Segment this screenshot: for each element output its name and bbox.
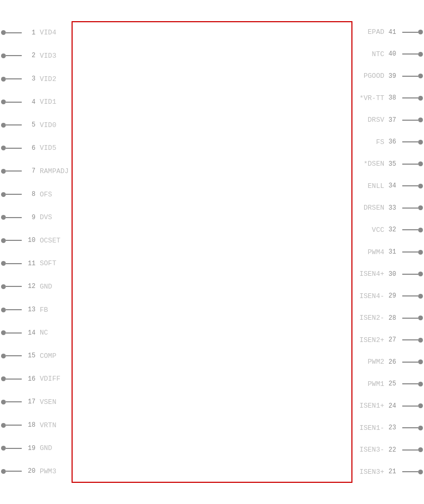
pin-number-left-2: 2 [22, 52, 36, 59]
pin-number-right-25: 25 [388, 380, 402, 388]
pin-line-left-10 [6, 240, 22, 241]
pin-left-15: 15COMP [0, 350, 72, 361]
pin-line-left-2 [6, 55, 22, 56]
pin-number-right-41: 41 [388, 29, 402, 36]
pin-dot-right-41 [418, 30, 423, 34]
pin-dot-right-21 [418, 470, 423, 474]
pin-left-4: 4VID1 [0, 97, 72, 107]
pin-dot-left-3 [1, 77, 6, 82]
pin-line-right-36 [402, 141, 418, 142]
pin-right-31: 31PWM4 [352, 247, 424, 257]
pin-left-19: 19GND [0, 443, 72, 454]
pin-right-32: 32VCC [352, 224, 424, 235]
pin-dot-left-14 [1, 330, 6, 335]
pin-left-18: 18VRTN [0, 420, 72, 430]
pin-number-left-3: 3 [22, 75, 36, 83]
pin-right-24: 24ISEN1+ [352, 401, 424, 411]
pin-right-27: 27ISEN2+ [352, 335, 424, 345]
pin-dot-right-24 [418, 403, 423, 408]
pin-dot-right-28 [418, 316, 423, 320]
pin-left-17: 17VSEN [0, 397, 72, 407]
pin-line-right-33 [402, 208, 418, 209]
pin-label-left-2: VID3 [40, 52, 56, 60]
pin-right-38: 38*VR-TT [352, 93, 424, 103]
pin-line-left-3 [6, 78, 22, 79]
pin-left-8: 8OFS [0, 189, 72, 200]
pin-line-left-19 [6, 448, 22, 449]
pin-label-left-3: VID2 [40, 75, 56, 83]
pin-line-right-28 [402, 318, 418, 319]
pin-label-left-17: VSEN [40, 398, 56, 406]
pin-number-right-32: 32 [388, 226, 402, 233]
pin-label-left-20: PWM3 [40, 467, 56, 475]
pin-line-right-41 [402, 32, 418, 33]
pin-number-left-20: 20 [22, 467, 36, 475]
pin-dot-right-27 [418, 338, 423, 343]
pin-right-37: 37DRSV [352, 115, 424, 125]
pin-right-29: 29ISEN4- [352, 291, 424, 301]
pin-label-right-24: ISEN1+ [359, 402, 384, 410]
pin-label-right-30: ISEN4+ [359, 270, 384, 278]
pin-label-left-10: OCSET [40, 237, 60, 245]
pin-line-left-17 [6, 401, 22, 402]
pin-label-right-40: NTC [372, 50, 384, 58]
pin-label-left-5: VID0 [40, 121, 56, 129]
pin-number-right-27: 27 [388, 336, 402, 344]
pin-label-right-38: *VR-TT [359, 94, 384, 102]
pin-dot-left-11 [1, 261, 6, 266]
pin-number-right-36: 36 [388, 138, 402, 146]
pin-number-left-11: 11 [22, 260, 36, 267]
pin-left-5: 5VID0 [0, 120, 72, 130]
pin-dot-right-40 [418, 52, 423, 57]
pin-line-left-20 [6, 471, 22, 472]
pin-line-right-32 [402, 229, 418, 230]
pin-label-right-29: ISEN4- [359, 292, 384, 300]
pin-line-left-16 [6, 379, 22, 380]
pin-left-20: 20PWM3 [0, 466, 72, 476]
pin-line-right-24 [402, 406, 418, 407]
pin-left-3: 3VID2 [0, 74, 72, 84]
pin-line-right-39 [402, 76, 418, 77]
pin-right-39: 39PGOOD [352, 71, 424, 82]
pin-number-right-26: 26 [388, 358, 402, 366]
pin-number-left-6: 6 [22, 145, 36, 152]
pin-left-1: 1VID4 [0, 28, 72, 38]
pin-label-right-28: ISEN2- [359, 314, 384, 322]
pin-label-right-36: FS [376, 138, 384, 146]
pin-right-23: 23ISEN1- [352, 422, 424, 433]
pin-line-left-15 [6, 355, 22, 356]
pin-dot-left-4 [1, 100, 6, 104]
pin-number-left-15: 15 [22, 352, 36, 359]
pin-number-right-23: 23 [388, 424, 402, 431]
pin-dot-left-8 [1, 192, 6, 197]
pin-label-left-9: DVS [40, 213, 52, 221]
pin-label-right-39: PGOOD [364, 72, 384, 80]
pin-right-30: 30ISEN4+ [352, 269, 424, 280]
pin-right-28: 28ISEN2- [352, 313, 424, 323]
pin-number-left-9: 9 [22, 214, 36, 221]
pin-number-right-31: 31 [388, 248, 402, 256]
pin-number-left-8: 8 [22, 191, 36, 198]
pin-number-right-40: 40 [388, 50, 402, 58]
pin-number-left-14: 14 [22, 329, 36, 337]
pin-right-33: 33DRSEN [352, 203, 424, 213]
pin-dot-left-15 [1, 354, 6, 358]
pin-label-left-11: SOFT [40, 259, 56, 267]
pin-left-14: 14NC [0, 328, 72, 338]
pin-label-right-31: PWM4 [368, 248, 384, 256]
pin-dot-right-39 [418, 74, 423, 78]
pin-line-left-6 [6, 148, 22, 149]
pin-left-10: 10OCSET [0, 235, 72, 246]
pin-line-right-40 [402, 53, 418, 55]
pin-number-left-5: 5 [22, 121, 36, 129]
pin-number-left-17: 17 [22, 398, 36, 406]
pin-line-left-7 [6, 170, 22, 172]
pin-label-left-18: VRTN [40, 421, 56, 429]
pin-left-7: 7RAMPADJ [0, 166, 72, 176]
pin-label-right-26: PWM2 [368, 358, 384, 366]
pin-line-left-12 [6, 286, 22, 287]
pin-label-left-4: VID1 [40, 98, 56, 106]
pin-number-right-22: 22 [388, 446, 402, 454]
pin-right-34: 34ENLL [352, 181, 424, 191]
pin-number-left-7: 7 [22, 167, 36, 175]
